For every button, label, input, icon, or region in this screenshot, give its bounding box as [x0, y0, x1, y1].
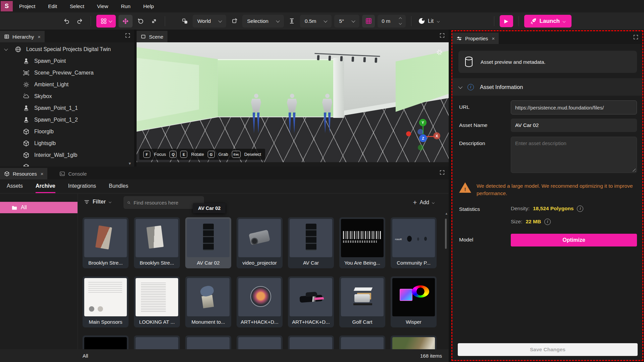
resource-search[interactable] [123, 196, 204, 209]
tree-item[interactable]: Ambient_Light [0, 79, 134, 90]
pivot-tool-button[interactable] [229, 16, 240, 27]
description-input[interactable] [511, 137, 637, 173]
snap-grid-toggle[interactable] [362, 15, 375, 28]
play-button[interactable]: ▶ [500, 15, 513, 27]
optimize-button[interactable]: Optimize [511, 234, 637, 246]
menu-view[interactable]: View [91, 0, 114, 12]
tree-item[interactable]: Floorglb [0, 126, 134, 137]
scene-3d-view[interactable]: Y Z X F Focus Q E Rotate G Grab Esc Dese… [137, 42, 449, 162]
tree-item[interactable]: Spawn_Point [0, 55, 134, 67]
shading-mode-dropdown[interactable]: Lit [417, 18, 442, 24]
tree-item[interactable]: Spawn_Point_1_2 [0, 114, 134, 126]
tree-item[interactable]: Skybox [0, 90, 134, 102]
divider [411, 16, 411, 26]
folder-item-all[interactable]: All [0, 202, 78, 213]
gizmo-y-handle[interactable]: Y [419, 119, 427, 126]
hierarchy-tree: Locust Special Projects Digital Twin Spa… [0, 42, 134, 167]
asset-tile[interactable]: video_projector [237, 217, 283, 268]
tree-item[interactable]: Spawn_Point_1_1 [0, 102, 134, 114]
height-offset-stepper[interactable]: 0 m [378, 15, 406, 28]
expand-panel-icon[interactable] [440, 33, 445, 38]
menu-project[interactable]: Project [13, 0, 42, 12]
expand-panel-icon[interactable] [440, 170, 445, 175]
add-resource-button[interactable]: + Add [413, 198, 435, 207]
app-logo[interactable]: S [1, 1, 13, 11]
space-dropdown[interactable]: World [193, 15, 226, 28]
tab-hierarchy[interactable]: Hierarchy × [0, 31, 45, 42]
asset-tile-selected[interactable]: AV Car 02 [185, 217, 231, 268]
asset-tile[interactable]: LOOKING AT ... [134, 276, 180, 327]
scale-tool-button[interactable] [149, 16, 159, 27]
duplicate-tool-button[interactable] [179, 16, 190, 27]
tree-item[interactable]: Lightsglb [0, 137, 134, 149]
asset-tile[interactable]: Brooklyn Stre... [134, 217, 180, 268]
asset-tile[interactable]: Community P... [391, 217, 437, 268]
rotate-tool-button[interactable] [135, 16, 146, 27]
layout-grid-tool-button[interactable] [96, 15, 116, 28]
avatar-mannequin[interactable] [249, 94, 263, 135]
move-tool-button[interactable] [118, 15, 133, 28]
tree-item[interactable]: Interior_Wall_1glb [0, 149, 134, 161]
search-input[interactable] [134, 200, 200, 206]
asset-thumbnail [290, 278, 332, 316]
section-asset-information[interactable]: i Asset Information [452, 78, 642, 96]
close-icon[interactable]: × [38, 34, 41, 40]
asset-tile[interactable]: You Are Being... [339, 217, 385, 268]
asset-thumbnail [238, 219, 281, 257]
scroll-up-icon[interactable]: ▴ [445, 211, 447, 216]
selection-mode-dropdown[interactable]: Selection [242, 15, 284, 28]
grid-scrollbar[interactable] [445, 219, 447, 249]
tree-item[interactable]: Scene_Preview_Camera [0, 67, 134, 79]
asset-tile[interactable]: Monument to... [185, 276, 231, 327]
menu-edit[interactable]: Edit [42, 0, 63, 12]
rotate-snap-dropdown[interactable]: 5° [334, 15, 359, 28]
menu-select[interactable]: Select [63, 0, 91, 12]
menu-run[interactable]: Run [114, 0, 137, 12]
move-icon [122, 18, 129, 25]
undo-button[interactable] [61, 16, 72, 27]
filter-button[interactable]: Filter [84, 199, 111, 205]
asset-tile[interactable]: Brooklyn Stre... [83, 217, 129, 268]
url-input[interactable] [511, 100, 637, 115]
asset-tile[interactable]: Golf Cart [339, 276, 385, 327]
statistics-row: Statistics Density: 18,524 Polygons i Si… [459, 206, 637, 225]
asset-tile[interactable]: AV Car [288, 217, 334, 268]
subtab-archive[interactable]: Archive [36, 179, 55, 193]
expand-panel-icon[interactable] [125, 33, 130, 38]
avatar-mannequin[interactable] [320, 94, 335, 135]
asset-tile[interactable]: ART+HACK+D... [288, 276, 334, 327]
tab-resources[interactable]: Resources × [0, 168, 47, 179]
scene-settings-gear-icon[interactable] [436, 49, 443, 55]
subtab-integrations[interactable]: Integrations [68, 179, 96, 193]
asset-tile[interactable]: ART+HACK+D... [237, 276, 283, 327]
move-snap-dropdown[interactable]: 0.5m [300, 15, 332, 28]
subtab-assets[interactable]: Assets [7, 179, 23, 193]
asset-grid-row: Main Sponsors LOOKING AT ... Monument to… [83, 276, 437, 327]
close-icon[interactable]: × [492, 36, 495, 41]
info-icon[interactable]: i [577, 206, 583, 212]
expand-panel-icon[interactable] [633, 35, 638, 40]
tree-root[interactable]: Locust Special Projects Digital Twin [0, 43, 134, 55]
asset-thumbnail [392, 219, 435, 257]
redo-button[interactable] [75, 16, 85, 27]
scroll-down-icon[interactable]: ▾ [129, 161, 131, 166]
info-icon[interactable]: i [544, 219, 551, 225]
vertical-snap-icon[interactable] [287, 16, 297, 27]
avatar-mannequin[interactable] [285, 94, 299, 135]
tree-item[interactable] [0, 161, 134, 167]
gizmo-z-handle[interactable]: Z [419, 134, 427, 142]
play-icon: ▶ [504, 18, 508, 24]
close-icon[interactable]: × [41, 171, 44, 177]
asset-tile[interactable]: Main Sponsors [83, 276, 129, 327]
asset-tile[interactable]: Wisper [391, 276, 437, 327]
menu-help[interactable]: Help [137, 0, 160, 12]
gizmo-x-handle[interactable]: X [433, 132, 440, 139]
statistics-label: Statistics [459, 206, 511, 225]
tab-scene[interactable]: Scene [137, 31, 167, 42]
tab-console[interactable]: Console [55, 168, 91, 179]
tab-properties[interactable]: Properties × [452, 33, 499, 44]
launch-button[interactable]: Launch [524, 15, 572, 28]
save-changes-button[interactable]: Save Changes [458, 343, 638, 356]
asset-name-input[interactable] [511, 119, 637, 132]
subtab-bundles[interactable]: Bundles [109, 179, 128, 193]
